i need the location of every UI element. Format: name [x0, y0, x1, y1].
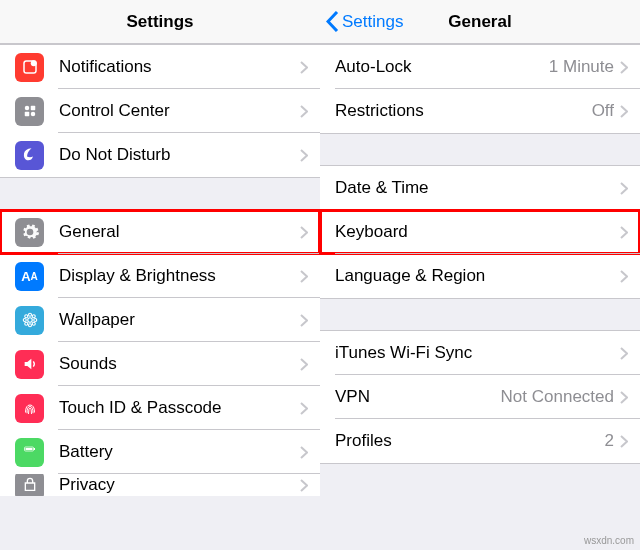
row-value: 2 [605, 431, 614, 451]
svg-point-7 [28, 313, 31, 316]
settings-title: Settings [0, 12, 320, 32]
row-display-brightness[interactable]: AA Display & Brightness [0, 254, 320, 298]
chevron-right-icon [620, 61, 628, 74]
general-navbar: Settings General [320, 0, 640, 44]
chevron-right-icon [300, 149, 308, 162]
row-label: Restrictions [335, 101, 592, 121]
row-do-not-disturb[interactable]: Do Not Disturb [0, 133, 320, 177]
general-pane: Settings General Auto-Lock 1 Minute Rest… [320, 0, 640, 550]
chevron-right-icon [620, 391, 628, 404]
svg-rect-17 [25, 448, 32, 450]
svg-point-2 [24, 106, 29, 111]
chevron-right-icon [620, 435, 628, 448]
svg-point-1 [30, 60, 36, 66]
chevron-right-icon [300, 226, 308, 239]
chevron-right-icon [620, 105, 628, 118]
row-control-center[interactable]: Control Center [0, 89, 320, 133]
chevron-right-icon [300, 105, 308, 118]
row-label: Do Not Disturb [59, 145, 300, 165]
privacy-icon [15, 474, 44, 496]
svg-rect-4 [24, 112, 29, 117]
row-value: 1 Minute [549, 57, 614, 77]
wallpaper-icon [15, 306, 44, 335]
row-auto-lock[interactable]: Auto-Lock 1 Minute [320, 45, 640, 89]
chevron-right-icon [300, 479, 308, 492]
row-label: Battery [59, 442, 300, 462]
row-date-time[interactable]: Date & Time [320, 166, 640, 210]
row-label: Keyboard [335, 222, 620, 242]
settings-navbar: Settings [0, 0, 320, 44]
row-itunes-wifi-sync[interactable]: iTunes Wi-Fi Sync [320, 331, 640, 375]
settings-pane: Settings Notifications Control Center Do… [0, 0, 320, 550]
row-profiles[interactable]: Profiles 2 [320, 419, 640, 463]
row-value: Not Connected [501, 387, 614, 407]
row-label: Auto-Lock [335, 57, 549, 77]
back-label: Settings [342, 12, 403, 32]
svg-rect-16 [34, 448, 35, 450]
general-icon [15, 218, 44, 247]
row-touch-id[interactable]: Touch ID & Passcode [0, 386, 320, 430]
do-not-disturb-icon [15, 141, 44, 170]
row-label: Sounds [59, 354, 300, 374]
back-button[interactable]: Settings [320, 11, 403, 32]
row-label: Profiles [335, 431, 605, 451]
chevron-right-icon [620, 270, 628, 283]
row-label: Wallpaper [59, 310, 300, 330]
row-label: General [59, 222, 300, 242]
row-wallpaper[interactable]: Wallpaper [0, 298, 320, 342]
row-sounds[interactable]: Sounds [0, 342, 320, 386]
row-label: VPN [335, 387, 501, 407]
chevron-right-icon [300, 402, 308, 415]
svg-point-12 [32, 315, 35, 318]
chevron-right-icon [300, 270, 308, 283]
notifications-icon [15, 53, 44, 82]
battery-icon [15, 438, 44, 467]
svg-point-14 [32, 322, 35, 325]
row-language-region[interactable]: Language & Region [320, 254, 640, 298]
row-label: Display & Brightness [59, 266, 300, 286]
chevron-right-icon [300, 358, 308, 371]
control-center-icon [15, 97, 44, 126]
svg-rect-3 [30, 106, 35, 111]
chevron-right-icon [620, 347, 628, 360]
svg-point-9 [23, 319, 26, 322]
chevron-right-icon [620, 182, 628, 195]
touchid-icon [15, 394, 44, 423]
chevron-right-icon [300, 446, 308, 459]
display-icon: AA [15, 262, 44, 291]
chevron-right-icon [300, 314, 308, 327]
svg-point-8 [28, 324, 31, 327]
svg-point-13 [24, 322, 27, 325]
svg-point-6 [27, 318, 32, 323]
row-keyboard[interactable]: Keyboard [320, 210, 640, 254]
row-label: Date & Time [335, 178, 620, 198]
row-label: Language & Region [335, 266, 620, 286]
row-label: Control Center [59, 101, 300, 121]
svg-point-5 [30, 112, 35, 117]
row-label: Privacy [59, 475, 300, 495]
row-label: Touch ID & Passcode [59, 398, 300, 418]
svg-point-10 [33, 319, 36, 322]
chevron-right-icon [620, 226, 628, 239]
row-general[interactable]: General [0, 210, 320, 254]
row-value: Off [592, 101, 614, 121]
row-battery[interactable]: Battery [0, 430, 320, 474]
row-vpn[interactable]: VPN Not Connected [320, 375, 640, 419]
watermark: wsxdn.com [584, 535, 634, 546]
row-notifications[interactable]: Notifications [0, 45, 320, 89]
row-restrictions[interactable]: Restrictions Off [320, 89, 640, 133]
row-label: Notifications [59, 57, 300, 77]
svg-point-11 [24, 315, 27, 318]
row-label: iTunes Wi-Fi Sync [335, 343, 620, 363]
row-privacy[interactable]: Privacy [0, 474, 320, 496]
chevron-right-icon [300, 61, 308, 74]
chevron-left-icon [326, 11, 339, 32]
sounds-icon [15, 350, 44, 379]
